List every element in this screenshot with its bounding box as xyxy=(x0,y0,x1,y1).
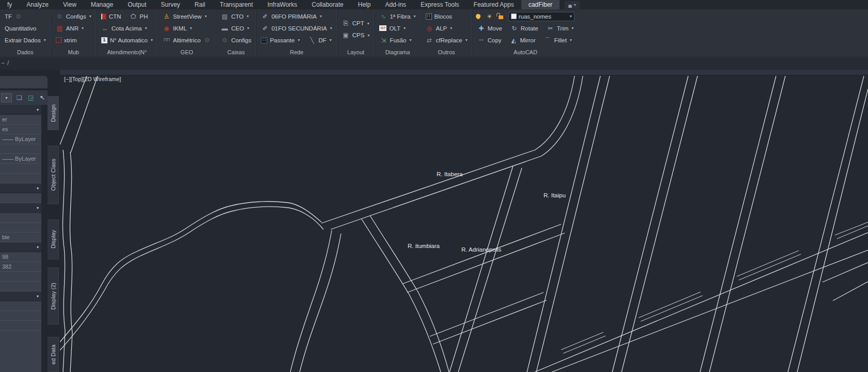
palette-tab-ed-data[interactable]: ed Data xyxy=(48,337,59,372)
property-row[interactable]: 98 xyxy=(0,252,41,262)
street-line[interactable] xyxy=(612,76,688,372)
street-line[interactable] xyxy=(430,292,544,336)
fillet-button[interactable]: ⌒Fillet▾ xyxy=(542,36,574,44)
anr-button[interactable]: ▥ANR▾ xyxy=(54,24,85,33)
palette-tab-design[interactable]: Design xyxy=(48,96,59,130)
ph-button[interactable]: ⬠PH xyxy=(128,12,149,21)
street-line[interactable] xyxy=(60,76,87,145)
street-line[interactable] xyxy=(362,219,441,372)
property-row[interactable] xyxy=(0,193,41,203)
property-row[interactable] xyxy=(0,301,41,311)
menu-item-add-ins[interactable]: Add-ins xyxy=(378,0,413,9)
property-row[interactable] xyxy=(0,272,41,282)
cps-button[interactable]: ▣CPS▾ xyxy=(340,31,371,40)
street-line[interactable] xyxy=(535,233,868,372)
menu-item-manage[interactable]: Manage xyxy=(84,0,120,9)
extrair-dados-button[interactable]: Extrair Dados▾ xyxy=(3,37,48,44)
bulb-icon[interactable] xyxy=(476,14,481,19)
street-median-line[interactable] xyxy=(739,254,801,280)
property-row[interactable] xyxy=(0,223,41,233)
quantitativo-button[interactable]: Quantitativo xyxy=(3,25,38,32)
palette-tab-display[interactable]: Display xyxy=(48,220,59,259)
palette-tab-object-class[interactable]: Object Class xyxy=(48,146,59,204)
menu-item-output[interactable]: Output xyxy=(120,0,153,9)
menu-item-survey[interactable]: Survey xyxy=(153,0,187,9)
lock-icon[interactable] xyxy=(499,16,503,19)
property-row[interactable] xyxy=(0,321,41,331)
street-line[interactable] xyxy=(788,76,864,372)
category-header-row[interactable]: ▾ xyxy=(0,291,41,301)
street-line[interactable] xyxy=(536,76,610,372)
property-row[interactable] xyxy=(0,311,41,321)
configs-button[interactable]: ⚙Configs xyxy=(219,36,253,44)
mirror-button[interactable]: ◭Mirror xyxy=(508,36,537,44)
street-line[interactable] xyxy=(60,207,323,350)
trim-button[interactable]: ✂Trim▾ xyxy=(545,24,576,33)
street-line[interactable] xyxy=(70,152,72,372)
street-line[interactable] xyxy=(709,76,785,372)
menu-item-transparent[interactable]: Transparent xyxy=(212,0,260,9)
property-row[interactable]: —— ByLayer xyxy=(0,154,41,164)
cpt-button[interactable]: ⎘CPT▾ xyxy=(340,19,371,28)
street-line[interactable] xyxy=(833,282,868,301)
menu-item-express-tools[interactable]: Express Tools xyxy=(413,0,466,9)
menu-item-view[interactable]: View xyxy=(56,0,84,9)
menu-item-cadfiber[interactable]: cadFiber xyxy=(521,0,560,9)
cto-button[interactable]: ▤CTO▾ xyxy=(219,12,250,21)
property-row[interactable]: er xyxy=(0,115,41,125)
blocos-button[interactable]: ∷Blocos xyxy=(424,13,454,20)
configs-button[interactable]: ⚙Configs▾ xyxy=(54,12,93,21)
move-button[interactable]: ✚Move xyxy=(476,24,504,33)
property-row[interactable] xyxy=(0,174,41,183)
street-line[interactable] xyxy=(552,250,868,372)
layer-select[interactable]: ruas_nomes▾ xyxy=(508,12,575,21)
copy-button[interactable]: ∘∘Copy xyxy=(476,36,503,44)
street-line[interactable] xyxy=(700,76,776,372)
sun-icon[interactable]: ☀ xyxy=(486,12,493,20)
category-header-row[interactable]: ▾ xyxy=(0,242,41,252)
cfreplace-button[interactable]: ⇄cfReplace▾ xyxy=(424,36,469,44)
street-line[interactable] xyxy=(331,76,583,229)
property-row[interactable]: es xyxy=(0,125,41,134)
category-header-row[interactable]: ▾ xyxy=(0,203,41,213)
passante-button[interactable]: ∷Passante▾ xyxy=(259,37,301,44)
street-line[interactable] xyxy=(450,166,513,372)
cota-acima-button[interactable]: ↔Cota Acima▾ xyxy=(100,24,149,33)
street-median-line[interactable] xyxy=(835,222,868,235)
altim-trico-button[interactable]: ⊓⊓Altimétrico⚙ xyxy=(161,36,213,44)
street-line[interactable] xyxy=(823,262,868,282)
olt-button[interactable]: OLTOLT▾ xyxy=(378,25,407,32)
property-row[interactable] xyxy=(0,213,41,223)
property-row[interactable]: ble xyxy=(0,233,41,242)
street-median-line[interactable] xyxy=(639,292,701,318)
street-line[interactable] xyxy=(527,76,600,372)
property-row[interactable] xyxy=(0,144,41,154)
add-group-icon[interactable]: ❏ xyxy=(15,94,23,102)
property-row[interactable] xyxy=(0,164,41,174)
streetview-button[interactable]: ♙StreetView▾ xyxy=(161,12,208,21)
rotate-button[interactable]: ↻Rotate xyxy=(509,24,540,33)
street-line[interactable] xyxy=(458,168,522,372)
street-line[interactable] xyxy=(433,300,547,344)
street-median-line[interactable] xyxy=(561,332,603,350)
street-line[interactable] xyxy=(290,230,332,372)
xtrim-button[interactable]: xtrim xyxy=(54,37,79,44)
ribbon-options-button[interactable]: ▄▾ xyxy=(565,1,579,9)
df-button[interactable]: ╲DF▾ xyxy=(306,36,333,44)
menu-item-collaborate[interactable]: Collaborate xyxy=(304,0,350,9)
street-line[interactable] xyxy=(71,76,98,152)
street-line[interactable] xyxy=(370,215,449,372)
category-header-row[interactable]: ▾ xyxy=(0,105,41,115)
n-automatico-button[interactable]: 1N° Automatico▾ xyxy=(100,37,154,44)
menu-item-featured-apps[interactable]: Featured Apps xyxy=(467,0,521,9)
menu-item-help[interactable]: Help xyxy=(351,0,378,9)
palette-tab-display-2-[interactable]: Display (2) xyxy=(48,268,59,324)
street-line[interactable] xyxy=(321,76,575,223)
street-line[interactable] xyxy=(403,224,561,284)
ikml-button[interactable]: ◉IKML▾ xyxy=(161,24,194,33)
street-line[interactable] xyxy=(300,234,341,372)
fus-o-button[interactable]: ⇲Fusão▾ xyxy=(378,36,413,44)
01fo-secund-ria-button[interactable]: ✐01FO SECUNDÁRIA▾ xyxy=(259,24,333,33)
menu-item-rail[interactable]: Rail xyxy=(188,0,213,9)
menu-item-analyze[interactable]: Analyze xyxy=(19,0,56,9)
